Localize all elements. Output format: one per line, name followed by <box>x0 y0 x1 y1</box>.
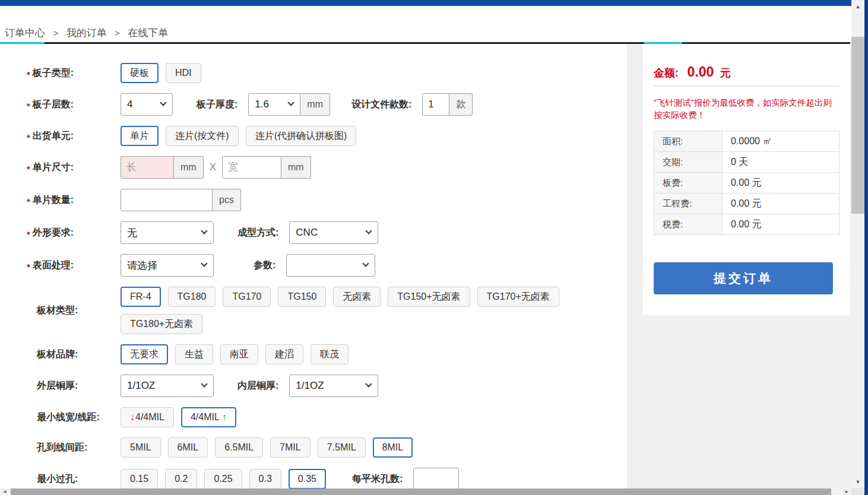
min-via-option-025[interactable]: 0.25 <box>204 469 242 489</box>
holes-per-sqm-label: 每平米孔数: <box>352 473 403 486</box>
price-table: 面积: 0.0000 ㎡ 交期: 0 天 板费: 0.00 元 工程费: 0.0… <box>654 131 840 235</box>
param-select[interactable] <box>286 254 375 277</box>
form-row-min-trace: 最小线宽/线距: ↓4/4MIL 4/4MIL↑ <box>27 407 625 427</box>
material-type-option-tg150-hf[interactable]: TG150+无卤素 <box>388 287 470 307</box>
surface-label: * 表面处理: <box>27 259 121 272</box>
layers-label: * 板子层数: <box>27 99 121 111</box>
ship-unit-option-panel-by-file[interactable]: 连片(按文件) <box>166 126 239 146</box>
inner-copper-select-value: 1/1OZ <box>296 380 324 392</box>
amount-value: 0.00 <box>687 64 714 80</box>
material-brand-option-shengyi[interactable]: 生益 <box>175 344 213 364</box>
surface-select-value: 请选择 <box>127 259 157 272</box>
ship-unit-option-panel-confirm[interactable]: 连片(代拼确认拼板图) <box>246 126 357 146</box>
min-via-option-015[interactable]: 0.15 <box>121 469 158 489</box>
design-files-unit: 款 <box>449 93 473 116</box>
outline-select[interactable]: 无 <box>121 221 214 244</box>
up-arrow-icon: ↑ <box>222 412 227 422</box>
inner-copper-select[interactable]: 1/1OZ <box>289 375 378 397</box>
material-brand-option-iteq[interactable]: 联茂 <box>311 344 349 364</box>
length-input[interactable] <box>121 156 174 179</box>
min-trace-option-down[interactable]: ↓4/4MIL <box>121 407 174 427</box>
min-via-option-03[interactable]: 0.3 <box>249 469 281 489</box>
amount-divider <box>654 85 840 87</box>
scroll-right-arrow-icon[interactable]: ► <box>842 488 851 495</box>
outer-copper-select-value: 1/1OZ <box>127 380 155 392</box>
required-asterisk: * <box>27 229 30 239</box>
form-row-surface: * 表面处理: 请选择 参数: <box>27 254 625 277</box>
material-brand-option-any[interactable]: 无要求 <box>121 344 168 364</box>
window-edge-strip <box>864 0 868 495</box>
table-row-lead-time: 交期: 0 天 <box>654 152 839 173</box>
material-type-option-tg180[interactable]: TG180 <box>168 287 216 307</box>
surface-select[interactable]: 请选择 <box>121 254 214 277</box>
board-type-label: * 板子类型: <box>27 67 121 80</box>
thickness-unit: mm <box>300 93 330 116</box>
vertical-scrollbar[interactable]: ▲ ▼ <box>851 0 864 488</box>
min-via-option-035[interactable]: 0.35 <box>289 469 326 489</box>
design-files-label: 设计文件款数: <box>351 99 411 111</box>
table-row-engineering-fee: 工程费: 0.00 元 <box>654 193 839 214</box>
form-row-material-type: 板材类型: FR-4 TG180 TG170 TG150 无卤素 TG150+无… <box>27 287 625 334</box>
hole-to-line-option-8mil[interactable]: 8MIL <box>373 437 413 458</box>
form-row-board-type: * 板子类型: 硬板 HDI <box>27 63 625 83</box>
amount-row: 金额: 0.00 元 <box>654 64 840 80</box>
ship-unit-option-single[interactable]: 单片 <box>121 126 159 146</box>
layers-select[interactable]: 4 <box>121 93 173 116</box>
material-type-option-fr4[interactable]: FR-4 <box>121 287 161 307</box>
min-via-option-02[interactable]: 0.2 <box>165 469 197 489</box>
scroll-left-arrow-icon[interactable]: ◄ <box>1 488 9 495</box>
outline-select-value: 无 <box>127 226 137 240</box>
ship-unit-label: * 出货单元: <box>27 130 121 142</box>
scroll-down-arrow-icon[interactable]: ▼ <box>851 477 864 487</box>
form-row-outline: * 外形要求: 无 成型方式: CNC <box>27 221 625 244</box>
hole-to-line-option-6-5mil[interactable]: 6.5MIL <box>215 437 263 458</box>
outline-label: * 外形要求: <box>27 227 121 239</box>
amount-label: 金额: <box>654 67 679 79</box>
dimension-separator: X <box>210 161 216 173</box>
required-asterisk: * <box>27 196 30 207</box>
holes-per-sqm-input[interactable] <box>413 468 459 490</box>
material-type-option-tg150[interactable]: TG150 <box>278 287 326 307</box>
hole-to-line-option-7mil[interactable]: 7MIL <box>270 437 311 458</box>
outer-copper-label: 外层铜厚: <box>27 380 121 392</box>
chevron-down-icon <box>366 380 372 387</box>
scroll-up-arrow-icon[interactable]: ▲ <box>851 1 864 12</box>
forming-select[interactable]: CNC <box>289 221 378 244</box>
piece-qty-input[interactable] <box>121 189 213 211</box>
form-row-hole-to-line: 孔到线间距: 5MIL 6MIL 6.5MIL 7MIL 7.5MIL 8MIL <box>27 437 625 458</box>
thickness-select[interactable]: 1.6 <box>248 93 300 116</box>
width-group: mm <box>222 156 311 179</box>
board-type-option-hdi[interactable]: HDI <box>166 63 201 83</box>
outer-copper-select[interactable]: 1/1OZ <box>121 375 214 397</box>
hole-to-line-label: 孔到线间距: <box>27 442 121 454</box>
min-trace-option-up[interactable]: 4/4MIL↑ <box>181 407 236 427</box>
material-brand-option-nanya[interactable]: 南亚 <box>220 344 258 364</box>
layers-select-value: 4 <box>127 99 132 110</box>
chevron-down-icon <box>288 99 294 106</box>
table-row-area: 面积: 0.0000 ㎡ <box>654 131 839 152</box>
material-type-option-tg180-hf[interactable]: TG180+无卤素 <box>121 314 202 334</box>
submit-order-button[interactable]: 提交订单 <box>654 262 833 294</box>
design-files-input[interactable] <box>422 93 449 116</box>
form-row-piece-size: * 单片尺寸: mm X mm <box>27 156 625 179</box>
material-type-option-tg170-hf[interactable]: TG170+无卤素 <box>477 287 559 307</box>
hole-to-line-option-7-5mil[interactable]: 7.5MIL <box>318 437 366 458</box>
required-asterisk: * <box>27 262 30 272</box>
length-unit: mm <box>174 156 204 179</box>
board-type-option-hard[interactable]: 硬板 <box>121 63 159 83</box>
vertical-scrollbar-thumb[interactable] <box>851 37 864 214</box>
material-type-option-halogen-free[interactable]: 无卤素 <box>333 287 381 307</box>
pricing-note: “飞针测试”报价为最低收费，如实际文件超出则按实际收费！ <box>654 97 840 122</box>
material-type-label: 板材类型: <box>27 304 121 317</box>
hole-to-line-option-6mil[interactable]: 6MIL <box>168 437 208 458</box>
horizontal-scrollbar[interactable]: ◄ ► <box>0 488 851 495</box>
width-input[interactable] <box>222 156 281 179</box>
table-row-tax-fee: 税费: 0.00 元 <box>654 214 839 235</box>
required-asterisk: * <box>27 101 30 111</box>
order-form: * 板子类型: 硬板 HDI * 板子层数: 4 板子厚度: 1.6 mm <box>0 0 625 495</box>
hole-to-line-option-5mil[interactable]: 5MIL <box>121 437 161 458</box>
horizontal-scrollbar-thumb[interactable] <box>11 488 831 495</box>
material-brand-option-kingboard[interactable]: 建滔 <box>265 344 303 364</box>
forming-label: 成型方式: <box>237 227 278 239</box>
material-type-option-tg170[interactable]: TG170 <box>223 287 271 307</box>
